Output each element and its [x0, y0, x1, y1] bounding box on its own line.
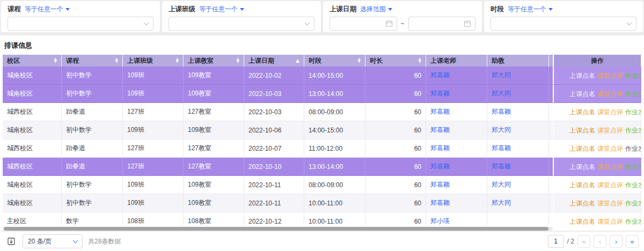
column-header-4[interactable]: 上课日期▲ — [244, 55, 304, 67]
cell-text: 城南校区 — [7, 126, 33, 135]
class-review-link[interactable]: 课堂点评 — [597, 108, 623, 116]
homework-publish-link[interactable]: 作业发布 — [625, 126, 641, 135]
class-review-link[interactable]: 课堂点评 — [597, 71, 623, 80]
table-row[interactable]: 城南校区初中数学109班109教室2022-10-0214:00-15:0060… — [3, 67, 641, 85]
assistant-link[interactable]: 郑嘉颖 — [492, 144, 511, 153]
homework-publish-link[interactable]: 作业发布 — [625, 90, 641, 98]
homework-publish-link[interactable]: 作业发布 — [625, 71, 641, 80]
assistant-link[interactable]: 郑嘉颖 — [492, 162, 511, 171]
assistant-link[interactable]: 郑大同 — [492, 89, 511, 98]
class-review-link[interactable]: 课堂点评 — [597, 199, 623, 208]
table-row[interactable]: 城南校区初中数学109班109教室2022-10-1110:00-11:0060… — [3, 194, 641, 212]
class-review-link[interactable]: 课堂点评 — [597, 163, 623, 171]
homework-publish-link[interactable]: 作业发布 — [625, 144, 641, 153]
class-review-link[interactable]: 课堂点评 — [597, 144, 623, 153]
filter-mode-dropdown[interactable]: 等于任意一个 — [25, 5, 70, 14]
filter-card-date: 上课日期 选择范围 ~ — [323, 1, 482, 32]
homework-publish-link[interactable]: 作业发布 — [625, 199, 641, 208]
chevron-down-icon — [627, 20, 632, 25]
column-header-2[interactable]: 上课班级▲▼ — [123, 55, 184, 67]
cell-text: 2022-10-03 — [248, 90, 281, 98]
teacher-link[interactable]: 郑嘉颖 — [430, 89, 450, 98]
homework-publish-link[interactable]: 作业发布 — [625, 108, 641, 116]
table-row[interactable]: 城南校区初中数学109班109教室2022-10-0614:00-15:0060… — [3, 121, 641, 139]
course-select[interactable] — [8, 17, 153, 31]
cell-2: 127班 — [123, 139, 184, 158]
class-review-link[interactable]: 课堂点评 — [597, 181, 623, 189]
table-row[interactable]: 主校区数学108班108教室2022-10-1210:00-11:0060郑小瑛… — [3, 212, 641, 225]
period-select[interactable] — [491, 17, 636, 31]
prev-page-button[interactable]: ‹ — [594, 235, 606, 248]
cell-text: 127班 — [127, 144, 144, 153]
sort-down-icon: ▼ — [237, 61, 239, 63]
date-end-input[interactable] — [408, 17, 476, 31]
class-select[interactable] — [169, 17, 314, 31]
cell-5: 14:00-15:00 — [304, 121, 365, 139]
cell-text: 2022-10-10 — [248, 163, 281, 171]
teacher-link[interactable]: 郑嘉颖 — [430, 144, 450, 153]
teacher-link[interactable]: 郑嘉颖 — [430, 162, 450, 171]
first-page-button[interactable]: « — [577, 235, 590, 248]
sort-down-icon: ▼ — [54, 61, 57, 63]
cell-7: 郑嘉颖 — [426, 85, 487, 103]
class-review-link[interactable]: 课堂点评 — [597, 217, 623, 226]
cell-6: 60 — [365, 103, 426, 121]
operations-links: 上课点名课堂点评作业发布 — [569, 163, 625, 171]
filter-mode-dropdown[interactable]: 选择范围 — [360, 5, 392, 14]
assistant-link[interactable]: 郑大同 — [492, 126, 511, 135]
roll-call-link[interactable]: 上课点名 — [569, 217, 595, 226]
assistant-link[interactable]: 郑嘉颖 — [492, 107, 511, 116]
teacher-link[interactable]: 郑嘉颖 — [430, 107, 450, 116]
cell-text: 60 — [414, 218, 421, 225]
next-page-button[interactable]: › — [610, 235, 623, 248]
page-size-select[interactable]: 20 条/页 — [23, 234, 83, 248]
roll-call-link[interactable]: 上课点名 — [569, 181, 595, 189]
cell-text: 127教室 — [188, 162, 211, 171]
cell-text: 14:00-15:00 — [309, 127, 343, 134]
roll-call-link[interactable]: 上课点名 — [569, 108, 595, 116]
filter-mode-dropdown[interactable]: 等于任意一个 — [199, 5, 244, 14]
horizontal-scrollbar-thumb[interactable] — [4, 227, 548, 231]
assistant-link[interactable]: 郑大同 — [492, 180, 511, 189]
filter-mode-dropdown[interactable]: 等于任意一个 — [508, 5, 553, 14]
teacher-link[interactable]: 郑小瑛 — [430, 217, 450, 225]
assistant-link[interactable]: 郑大同 — [492, 198, 511, 208]
teacher-link[interactable]: 郑嘉颖 — [430, 198, 450, 208]
table-row[interactable]: 城西校区跆拳道127班127教室2022-10-1013:00-14:0060郑… — [3, 158, 641, 176]
table-row[interactable]: 城南校区初中数学109班109教室2022-10-1108:00-09:0060… — [3, 176, 641, 194]
current-page-input[interactable]: 1 — [548, 235, 564, 248]
roll-call-link[interactable]: 上课点名 — [569, 199, 595, 208]
column-header-0[interactable]: 校区▲▼ — [3, 55, 62, 67]
roll-call-link[interactable]: 上课点名 — [569, 163, 595, 171]
export-button[interactable] — [5, 235, 17, 247]
class-review-link[interactable]: 课堂点评 — [597, 90, 623, 98]
cell-7: 郑嘉颖 — [426, 121, 487, 139]
table-row[interactable]: 城西校区跆拳道127班127教室2022-10-0711:00-12:0060郑… — [3, 139, 641, 158]
roll-call-link[interactable]: 上课点名 — [569, 126, 595, 135]
roll-call-link[interactable]: 上课点名 — [569, 90, 595, 98]
homework-publish-link[interactable]: 作业发布 — [625, 163, 641, 171]
page-title: 排课信息 — [3, 35, 641, 55]
cell-7: 郑嘉颖 — [426, 176, 487, 194]
cell-text: 109教室 — [188, 126, 211, 135]
column-header-6[interactable]: 时长▲▼ — [365, 55, 426, 67]
roll-call-link[interactable]: 上课点名 — [569, 71, 595, 80]
table-row[interactable]: 城南校区初中数学109班109教室2022-10-0313:00-14:0060… — [3, 85, 641, 103]
table-row[interactable]: 城西校区跆拳道127班127教室2022-10-0308:00-09:0060郑… — [3, 103, 641, 121]
last-page-button[interactable]: » — [626, 235, 639, 248]
assistant-link[interactable]: 郑大同 — [492, 71, 511, 80]
column-header-1[interactable]: 课程▲▼ — [62, 55, 123, 67]
homework-publish-link[interactable]: 作业发布 — [625, 181, 641, 189]
roll-call-link[interactable]: 上课点名 — [569, 144, 595, 153]
cell-text: 127教室 — [188, 107, 211, 116]
teacher-link[interactable]: 郑嘉颖 — [430, 71, 450, 80]
cell-0: 城南校区 — [3, 85, 62, 103]
teacher-link[interactable]: 郑嘉颖 — [430, 180, 450, 189]
teacher-link[interactable]: 郑嘉颖 — [430, 126, 450, 135]
column-header-5[interactable]: 时段▲▼ — [304, 55, 365, 67]
cell-text: 127教室 — [188, 144, 211, 153]
class-review-link[interactable]: 课堂点评 — [597, 126, 623, 135]
date-start-input[interactable] — [330, 17, 397, 31]
column-header-3[interactable]: 上课教室▲▼ — [184, 55, 244, 67]
homework-publish-link[interactable]: 作业发布 — [625, 217, 641, 226]
